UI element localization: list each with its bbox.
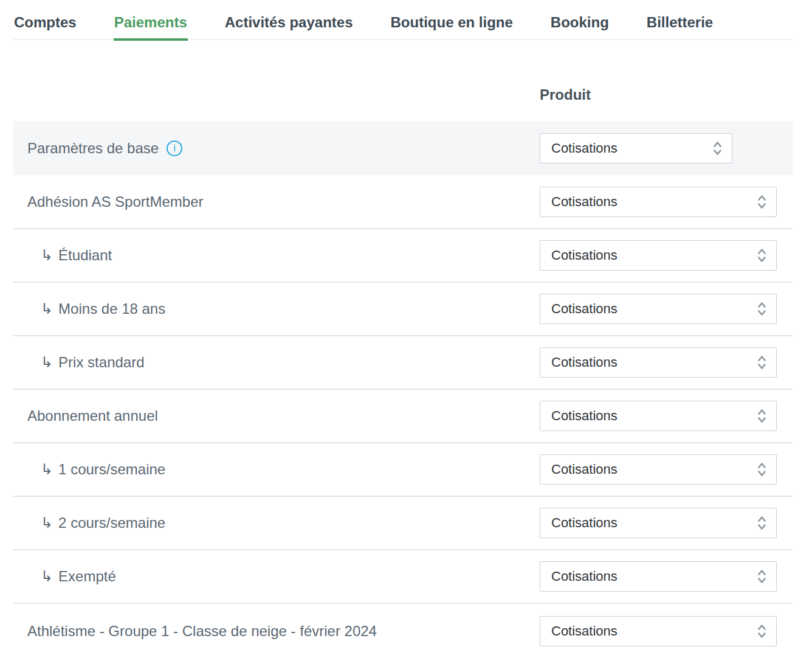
child-arrow-icon: ↳ [41, 460, 53, 479]
select-value: Cotisations [551, 515, 618, 531]
row-label-cell: Paramètres de base i [13, 139, 540, 158]
chevron-up-down-icon [757, 408, 766, 424]
row-label: Adhésion AS SportMember [27, 193, 204, 211]
row-label: Étudiant [58, 246, 112, 265]
chevron-up-down-icon [757, 301, 766, 317]
product-select-cell: Cotisations [540, 401, 793, 431]
product-select[interactable]: Cotisations [540, 454, 777, 485]
product-select-cell: Cotisations [540, 561, 793, 592]
tab-comptes[interactable]: Comptes [13, 13, 77, 39]
table-row-abonnement-annuel: Abonnement annuel Cotisations [13, 390, 793, 443]
select-value: Cotisations [551, 355, 618, 370]
child-arrow-icon: ↳ [41, 353, 53, 372]
select-value: Cotisations [551, 408, 618, 424]
select-value: Cotisations [551, 301, 618, 317]
row-label-cell: ↳ Exempté [13, 567, 540, 586]
tab-activites-payantes[interactable]: Activités payantes [224, 13, 354, 39]
product-select[interactable]: Cotisations [540, 508, 777, 538]
product-select[interactable]: Cotisations [540, 294, 777, 324]
chevron-up-down-icon [713, 140, 722, 156]
select-value: Cotisations [551, 569, 618, 584]
product-select[interactable]: Cotisations [540, 133, 732, 164]
select-value: Cotisations [551, 140, 618, 156]
column-header-row: Produit [13, 86, 793, 103]
info-icon[interactable]: i [167, 140, 182, 156]
product-select-cell: Cotisations [540, 133, 793, 164]
row-label: Athlétisme - Groupe 1 - Classe de neige … [27, 622, 377, 640]
row-label: Prix standard [58, 353, 144, 372]
select-value: Cotisations [551, 462, 618, 477]
tab-booking[interactable]: Booking [550, 13, 610, 39]
row-label-cell: ↳ Moins de 18 ans [13, 300, 540, 318]
product-select[interactable]: Cotisations [540, 347, 777, 378]
product-select[interactable]: Cotisations [540, 240, 777, 271]
tab-paiements[interactable]: Paiements [114, 13, 188, 39]
tab-bar: Comptes Paiements Activités payantes Bou… [13, 0, 793, 40]
row-label-cell: ↳ 1 cours/semaine [13, 460, 540, 479]
product-select-cell: Cotisations [540, 187, 793, 217]
row-label: 2 cours/semaine [58, 514, 165, 532]
select-value: Cotisations [551, 194, 618, 210]
product-select-cell: Cotisations [540, 454, 793, 485]
row-label: Exempté [58, 567, 116, 586]
chevron-up-down-icon [757, 194, 766, 210]
product-select-cell: Cotisations [540, 240, 793, 271]
select-value: Cotisations [551, 623, 618, 639]
product-select[interactable]: Cotisations [540, 187, 777, 217]
table-row-moins-de-18-ans: ↳ Moins de 18 ans Cotisations [13, 283, 793, 336]
tab-billetterie[interactable]: Billetterie [646, 13, 714, 39]
product-select-cell: Cotisations [540, 294, 793, 324]
chevron-up-down-icon [757, 248, 766, 263]
select-value: Cotisations [551, 248, 618, 263]
product-select-cell: Cotisations [540, 347, 793, 378]
produit-column-header: Produit [540, 86, 591, 103]
child-arrow-icon: ↳ [41, 246, 53, 265]
chevron-up-down-icon [757, 355, 766, 370]
row-label-cell: Athlétisme - Groupe 1 - Classe de neige … [13, 622, 540, 640]
product-select-cell: Cotisations [540, 616, 793, 646]
row-label-cell: ↳ 2 cours/semaine [13, 514, 540, 532]
table-row-etudiant: ↳ Étudiant Cotisations [13, 229, 793, 283]
tab-boutique-en-ligne[interactable]: Boutique en ligne [390, 13, 514, 39]
row-label-cell: Abonnement annuel [13, 407, 540, 425]
row-label: 1 cours/semaine [58, 460, 165, 479]
chevron-up-down-icon [757, 515, 766, 531]
table-row-athletisme-groupe-1: Athlétisme - Groupe 1 - Classe de neige … [13, 604, 793, 658]
product-select-cell: Cotisations [540, 508, 793, 538]
row-label: Abonnement annuel [27, 407, 158, 425]
table-row-exempte: ↳ Exempté Cotisations [13, 550, 793, 604]
child-arrow-icon: ↳ [41, 514, 53, 532]
page-content: Comptes Paiements Activités payantes Bou… [13, 0, 793, 658]
chevron-up-down-icon [757, 569, 766, 584]
row-label: Paramètres de base [27, 139, 159, 158]
table-row-2-cours-semaine: ↳ 2 cours/semaine Cotisations [13, 497, 793, 550]
child-arrow-icon: ↳ [41, 567, 53, 586]
table-row-prix-standard: ↳ Prix standard Cotisations [13, 336, 793, 390]
row-label-cell: Adhésion AS SportMember [13, 193, 540, 211]
table-row-1-cours-semaine: ↳ 1 cours/semaine Cotisations [13, 443, 793, 497]
chevron-up-down-icon [757, 462, 766, 477]
product-select[interactable]: Cotisations [540, 561, 777, 592]
table-row-adhesion-as-sportmember: Adhésion AS SportMember Cotisations [13, 175, 793, 229]
row-label: Moins de 18 ans [58, 300, 165, 318]
product-select[interactable]: Cotisations [540, 401, 777, 431]
table-row-parametres-de-base: Paramètres de base i Cotisations [13, 121, 793, 175]
chevron-up-down-icon [757, 623, 766, 639]
row-label-cell: ↳ Étudiant [13, 246, 540, 265]
child-arrow-icon: ↳ [41, 300, 53, 318]
row-label-cell: ↳ Prix standard [13, 353, 540, 372]
product-select[interactable]: Cotisations [540, 616, 777, 646]
